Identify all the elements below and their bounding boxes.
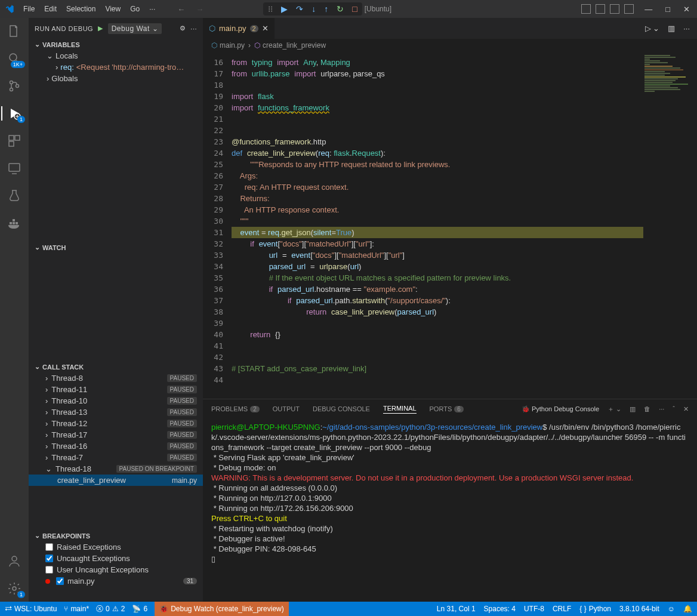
- settings-icon[interactable]: 1: [7, 581, 21, 596]
- code-content[interactable]: from typing import Any, Mapping from url…: [232, 52, 643, 399]
- search-icon[interactable]: 1K+: [7, 51, 21, 66]
- debug-shell-icon[interactable]: 🐞 Python Debug Console: [522, 405, 599, 413]
- close-panel-icon[interactable]: ✕: [683, 405, 689, 413]
- breadcrumb[interactable]: ⬡main.py › ⬡create_link_preview: [203, 39, 697, 52]
- variables-section[interactable]: ⌄VARIABLES: [29, 39, 203, 50]
- new-terminal-icon[interactable]: ＋ ⌄: [607, 405, 621, 414]
- breakpoints-section[interactable]: ⌄BREAKPOINTS: [29, 530, 203, 541]
- remote-indicator[interactable]: ⮂WSL: Ubuntu: [5, 605, 57, 613]
- continue-icon[interactable]: ▶: [281, 4, 288, 14]
- callstack-section[interactable]: ⌄CALL STACK: [29, 361, 203, 372]
- menu-file[interactable]: File: [19, 5, 39, 13]
- maximize-icon[interactable]: □: [663, 5, 673, 14]
- more-icon[interactable]: ···: [190, 25, 197, 32]
- bp-uncaught[interactable]: Uncaught Exceptions: [29, 553, 203, 564]
- menu-view[interactable]: View: [101, 5, 125, 13]
- thread-item[interactable]: ›Thread-11PAUSED: [29, 384, 203, 395]
- var-req[interactable]: ›req:<Request 'http://charming-tro…: [29, 61, 203, 73]
- minimap[interactable]: [643, 52, 697, 399]
- layout-customize-icon[interactable]: [624, 4, 634, 14]
- bp-file[interactable]: main.py31: [29, 575, 203, 587]
- notifications-icon[interactable]: 🔔: [683, 605, 692, 613]
- tab-close-icon[interactable]: ✕: [262, 24, 269, 33]
- menu-go[interactable]: Go: [126, 5, 144, 13]
- remote-explorer-icon[interactable]: [7, 161, 21, 175]
- svg-point-4: [16, 85, 19, 88]
- docker-icon[interactable]: [7, 216, 21, 230]
- ports-status[interactable]: 📡6: [132, 605, 147, 613]
- nav-forward-icon[interactable]: →: [196, 5, 203, 14]
- thread-item[interactable]: ›Thread-16PAUSED: [29, 441, 203, 452]
- restart-icon[interactable]: ↻: [337, 4, 344, 14]
- tab-terminal[interactable]: TERMINAL: [383, 405, 417, 414]
- scope-globals[interactable]: ›Globals: [29, 73, 203, 84]
- git-branch[interactable]: ⑂main*: [64, 605, 89, 613]
- run-debug-icon[interactable]: 1: [1, 106, 21, 121]
- layout-panel-right-icon[interactable]: [610, 4, 619, 14]
- step-into-icon[interactable]: ↓: [312, 4, 316, 14]
- start-debug-icon[interactable]: ▶: [98, 24, 103, 32]
- debug-status[interactable]: 🐞Debug Watch (create_link_preview): [155, 602, 289, 616]
- thread-item[interactable]: ›Thread-17PAUSED: [29, 429, 203, 441]
- eol[interactable]: CRLF: [553, 605, 571, 613]
- terminal-content[interactable]: pierrick@LAPTOP-HKU5PNNG:~/git/add-ons-s…: [203, 418, 697, 602]
- source-control-icon[interactable]: [7, 79, 21, 93]
- menu-selection[interactable]: Selection: [62, 5, 100, 13]
- encoding[interactable]: UTF-8: [524, 605, 544, 613]
- layout-panel-bottom-icon[interactable]: [596, 4, 605, 14]
- stop-icon[interactable]: □: [352, 4, 357, 14]
- problems-status[interactable]: ⓧ0 ⚠2: [96, 604, 125, 614]
- tab-problems[interactable]: PROBLEMS2: [211, 405, 260, 412]
- svg-rect-12: [13, 222, 15, 224]
- debug-config-dropdown[interactable]: Debug Wat ⌄: [108, 23, 162, 34]
- python-interpreter[interactable]: 3.8.10 64-bit: [619, 605, 659, 613]
- bp-user-uncaught[interactable]: User Uncaught Exceptions: [29, 564, 203, 575]
- maximize-panel-icon[interactable]: ˆ: [673, 405, 675, 412]
- layout-panel-left-icon[interactable]: [581, 4, 591, 14]
- thread-item[interactable]: ›Thread-7PAUSED: [29, 452, 203, 463]
- stack-frame[interactable]: create_link_previewmain.py: [29, 475, 203, 486]
- code-editor[interactable]: 16 17 18 19 20 21 22 23 24 25 26 27 28 2…: [203, 52, 697, 399]
- minimize-icon[interactable]: —: [642, 5, 655, 14]
- close-icon[interactable]: ✕: [681, 5, 692, 14]
- watch-section[interactable]: ⌄WATCH: [29, 242, 203, 253]
- symbol-method-icon: ⬡: [254, 41, 260, 50]
- thread-item[interactable]: ›Thread-10PAUSED: [29, 395, 203, 406]
- explorer-icon[interactable]: [7, 24, 21, 38]
- gear-icon[interactable]: ⚙: [180, 24, 186, 32]
- svg-rect-14: [16, 222, 18, 224]
- language-mode[interactable]: { } Python: [579, 605, 611, 613]
- window-title: [Ubuntu]: [365, 5, 391, 13]
- svg-point-16: [13, 587, 16, 590]
- testing-icon[interactable]: [7, 189, 21, 203]
- panel-more-icon[interactable]: ···: [659, 405, 664, 412]
- accounts-icon[interactable]: [7, 554, 21, 568]
- thread-item[interactable]: ›Thread-8PAUSED: [29, 372, 203, 384]
- step-out-icon[interactable]: ↑: [324, 4, 328, 14]
- step-over-icon[interactable]: ↷: [296, 4, 303, 14]
- nav-back-icon[interactable]: ←: [177, 5, 185, 14]
- feedback-icon[interactable]: ☺: [668, 605, 675, 613]
- kill-terminal-icon[interactable]: 🗑: [644, 405, 650, 412]
- menu-more[interactable]: ···: [145, 5, 159, 13]
- thread-item[interactable]: ›Thread-12PAUSED: [29, 418, 203, 429]
- tab-main-py[interactable]: ⬡ main.py 2 ✕: [203, 18, 275, 39]
- run-icon[interactable]: ▷ ⌄: [645, 24, 660, 33]
- tab-output[interactable]: OUTPUT: [273, 405, 300, 412]
- bp-raised[interactable]: Raised Exceptions: [29, 541, 203, 553]
- drag-handle-icon[interactable]: ⁝⁝: [268, 4, 273, 14]
- thread-item[interactable]: ›Thread-13PAUSED: [29, 406, 203, 418]
- tab-debug-console[interactable]: DEBUG CONSOLE: [313, 405, 370, 412]
- split-editor-icon[interactable]: ▥: [668, 24, 675, 33]
- bottom-panel: PROBLEMS2 OUTPUT DEBUG CONSOLE TERMINAL …: [203, 399, 697, 602]
- thread-active[interactable]: ⌄Thread-18PAUSED ON BREAKPOINT: [29, 463, 203, 475]
- menu-edit[interactable]: Edit: [40, 5, 61, 13]
- indentation[interactable]: Spaces: 4: [484, 605, 516, 613]
- cursor-position[interactable]: Ln 31, Col 1: [437, 605, 476, 613]
- line-gutter: 16 17 18 19 20 21 22 23 24 25 26 27 28 2…: [203, 52, 232, 399]
- extensions-icon[interactable]: [7, 134, 21, 148]
- split-terminal-icon[interactable]: ▥: [630, 405, 636, 413]
- editor-more-icon[interactable]: ···: [683, 24, 690, 33]
- tab-ports[interactable]: PORTS6: [430, 405, 464, 412]
- scope-locals[interactable]: ⌄Locals: [29, 50, 203, 61]
